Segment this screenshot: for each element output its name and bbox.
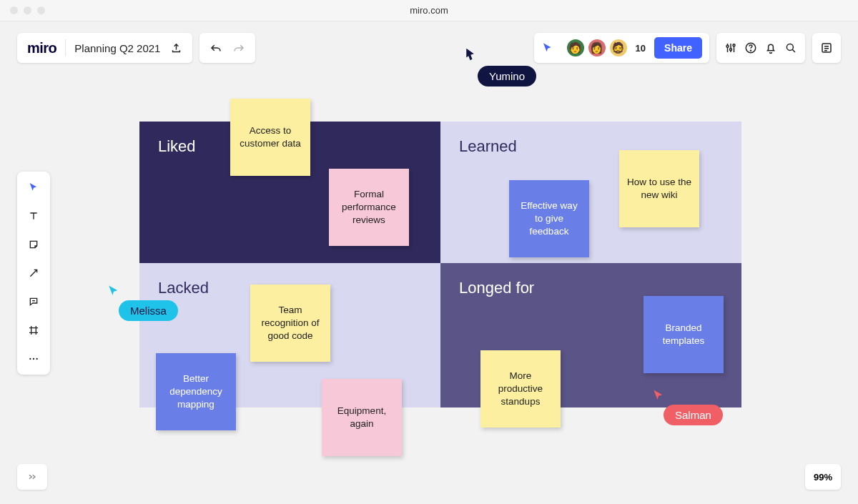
text-tool[interactable] xyxy=(25,207,42,224)
quadrant-title: Longed for xyxy=(459,279,534,297)
cursor-arrow-icon xyxy=(107,285,120,297)
actions-pill xyxy=(716,33,805,63)
avatar-3[interactable]: 🧔 xyxy=(608,38,628,58)
svg-point-7 xyxy=(29,358,31,360)
quadrant-title: Liked xyxy=(158,137,196,155)
share-button[interactable]: Share xyxy=(654,37,702,59)
miro-logo[interactable]: miro xyxy=(27,40,56,56)
close-dot[interactable] xyxy=(10,6,18,14)
board-header-block: miro Planning Q2 2021 xyxy=(17,33,192,63)
sticky-formal-reviews[interactable]: Formal performance reviews xyxy=(329,169,409,246)
undo-icon[interactable] xyxy=(209,43,222,53)
settings-icon[interactable] xyxy=(724,41,738,54)
frame-tool[interactable] xyxy=(25,322,42,339)
address-bar-text: miro.com xyxy=(410,5,448,16)
svg-point-5 xyxy=(786,44,793,50)
svg-point-8 xyxy=(33,358,34,360)
notes-panel-button[interactable] xyxy=(812,33,841,63)
sticky-new-wiki[interactable]: How to use the new wiki xyxy=(619,150,699,227)
undo-redo-block xyxy=(199,33,255,63)
avatar-2[interactable]: 👩 xyxy=(587,38,607,58)
avatar-1[interactable]: 🧑 xyxy=(566,38,586,58)
svg-point-0 xyxy=(726,45,729,47)
cursor-arrow-icon xyxy=(652,389,665,402)
select-tool[interactable] xyxy=(25,179,42,196)
sticky-dependency-mapping[interactable]: Better dependency mapping xyxy=(156,353,236,430)
cursor-label: Melissa xyxy=(119,300,178,321)
traffic-lights xyxy=(0,6,45,14)
svg-point-1 xyxy=(730,49,732,51)
svg-point-9 xyxy=(36,358,38,360)
cursor-arrow-icon xyxy=(465,47,478,61)
minimap-toggle[interactable] xyxy=(17,464,47,490)
comment-tool[interactable] xyxy=(25,293,42,310)
cursor-label: Yumino xyxy=(478,66,536,87)
sticky-team-recognition[interactable]: Team recognition of good code xyxy=(250,285,330,362)
minimize-dot[interactable] xyxy=(24,6,31,14)
window-chrome: miro.com xyxy=(0,0,858,21)
divider xyxy=(65,39,66,56)
zoom-level[interactable]: 99% xyxy=(805,464,841,490)
participants-pill: 🧑 👩 🧔 10 Share xyxy=(534,33,709,63)
svg-point-2 xyxy=(733,44,735,46)
cursor-salman: Salman xyxy=(652,389,723,425)
cursor-melissa: Melissa xyxy=(107,285,178,321)
participant-count[interactable]: 10 xyxy=(636,43,646,54)
zoom-dot[interactable] xyxy=(37,6,45,14)
sticky-access-data[interactable]: Access to customer data xyxy=(230,99,310,176)
help-icon[interactable] xyxy=(744,41,758,54)
quadrant-title: Learned xyxy=(459,137,517,155)
export-icon[interactable] xyxy=(170,42,182,54)
search-icon[interactable] xyxy=(784,41,798,54)
arrow-tool[interactable] xyxy=(25,265,42,282)
board-title[interactable]: Planning Q2 2021 xyxy=(74,42,160,54)
cursor-label: Salman xyxy=(664,405,723,425)
sticky-note-tool[interactable] xyxy=(25,236,42,253)
more-tools[interactable] xyxy=(25,350,42,367)
sticky-branded-templates[interactable]: Branded templates xyxy=(644,296,724,373)
notifications-icon[interactable] xyxy=(764,41,778,54)
sticky-effective-feedback[interactable]: Effective way to give feedback xyxy=(509,180,589,257)
sticky-standups[interactable]: More productive standups xyxy=(480,350,561,428)
cursor-yumino: Yumino xyxy=(465,47,536,87)
redo-icon[interactable] xyxy=(232,43,245,53)
side-toolbar xyxy=(17,172,50,375)
svg-point-4 xyxy=(750,50,751,51)
topbar-left: miro Planning Q2 2021 xyxy=(17,33,255,63)
zoom-value: 99% xyxy=(814,472,832,483)
sticky-equipment[interactable]: Equipment, again xyxy=(322,379,402,456)
cursor-mode-icon[interactable] xyxy=(541,41,554,54)
topbar-right: 🧑 👩 🧔 10 Share xyxy=(534,33,841,63)
